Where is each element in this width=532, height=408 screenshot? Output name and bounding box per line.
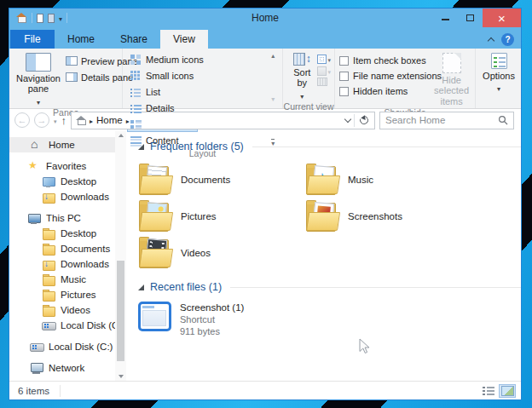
folder-tile[interactable]: Videos — [138, 234, 305, 271]
refresh-icon[interactable] — [358, 114, 370, 126]
tab-file[interactable]: File — [10, 30, 55, 49]
folder-tile[interactable]: Documents — [138, 161, 305, 198]
navigation-pane-button[interactable]: Navigation pane — [14, 52, 63, 107]
recent-locations-icon[interactable] — [54, 115, 57, 125]
medium-icons-icon — [130, 55, 142, 65]
search-icon[interactable] — [498, 115, 508, 125]
group-by-icon — [317, 55, 327, 64]
search-input[interactable] — [385, 115, 494, 125]
folder-tile[interactable]: Screenshots — [305, 198, 472, 234]
sidebar-item[interactable]: Local Disk (C:) — [9, 318, 126, 333]
checkbox-icon[interactable] — [339, 87, 349, 96]
scroll-up-icon[interactable] — [119, 134, 124, 137]
close-button[interactable] — [483, 9, 521, 27]
details-view-icon[interactable] — [483, 386, 494, 396]
home-icon[interactable] — [76, 116, 86, 125]
size-columns-icon[interactable] — [317, 78, 327, 86]
hide-selected-items-button[interactable]: Hide selected items — [431, 52, 471, 107]
minimize-button[interactable] — [433, 9, 458, 27]
disk-icon — [42, 320, 55, 331]
checkbox-icon[interactable] — [339, 56, 349, 66]
sidebar-scrollbar[interactable] — [115, 131, 126, 381]
section-header-recent[interactable]: Recent files (1) — [138, 279, 521, 296]
folder-tile[interactable]: Music — [305, 161, 472, 198]
checkbox-icon[interactable] — [339, 72, 349, 81]
disk-icon — [30, 342, 43, 353]
sidebar-item[interactable]: Documents — [9, 241, 126, 256]
options-icon — [491, 53, 507, 69]
pictures-icon — [138, 200, 172, 232]
checkbox-row[interactable]: Hidden items — [339, 86, 431, 96]
tiles-icon — [130, 119, 142, 129]
qat-separator — [32, 13, 32, 23]
chevron-down-icon — [300, 90, 304, 101]
folder-icon — [42, 228, 55, 239]
navigation-pane-icon — [26, 53, 51, 72]
ribbon-tab[interactable]: Home — [55, 30, 107, 49]
back-button[interactable] — [14, 112, 30, 128]
help-icon[interactable] — [501, 33, 514, 46]
ribbon-group-layout: Medium icons Small icons List Details — [123, 49, 283, 108]
view-toggles — [483, 384, 516, 398]
recent-file-item[interactable]: Screenshot (1) Shortcut 911 bytes — [138, 302, 521, 336]
scroll-down-icon[interactable] — [119, 375, 124, 378]
add-columns-button[interactable] — [317, 66, 332, 76]
sidebar-item[interactable]: Desktop — [9, 174, 126, 189]
checkbox-row[interactable]: File name extensions — [339, 71, 431, 81]
sidebar-item[interactable]: Desktop — [9, 226, 126, 241]
folder-icon — [42, 290, 55, 301]
downloads-icon — [42, 192, 55, 203]
address-dropdown-icon[interactable] — [344, 115, 351, 122]
sort-by-button[interactable]: Sort by — [287, 52, 317, 101]
scroll-up-icon[interactable]: ▴ — [271, 53, 275, 60]
file-explorer-window: Home File HomeShareView — [9, 8, 522, 400]
star-icon — [27, 161, 41, 172]
qat-separator — [66, 13, 67, 23]
sidebar-item[interactable]: Downloads — [9, 256, 126, 272]
ribbon-tab[interactable]: Share — [107, 30, 160, 49]
sidebar-item[interactable]: Local Disk (C:) — [9, 339, 126, 354]
sidebar-item[interactable]: Pictures — [9, 287, 126, 302]
forward-button[interactable] — [34, 112, 49, 128]
qat-file-icon[interactable] — [37, 14, 43, 23]
checkbox-row[interactable]: Item check boxes — [339, 55, 431, 66]
scrollbar-thumb[interactable] — [117, 261, 124, 360]
minimize-icon — [442, 19, 449, 20]
layout-option[interactable]: List — [127, 84, 198, 100]
title-bar: Home — [9, 9, 521, 27]
sidebar-item[interactable]: Favorites — [9, 158, 126, 174]
sidebar-item[interactable]: Videos — [9, 302, 126, 318]
desktop-icon — [42, 176, 55, 187]
preview-pane-icon — [66, 56, 78, 66]
sidebar-item[interactable]: Home — [9, 137, 126, 152]
qat-dropdown-icon[interactable] — [59, 13, 62, 23]
section-header-frequent[interactable]: Frequent folders (5) — [138, 138, 521, 155]
maximize-button[interactable] — [458, 9, 483, 27]
navigation-pane: Home Favorites Desktop Downloads — [9, 131, 126, 381]
scroll-down-icon[interactable]: ▾ — [271, 96, 275, 103]
ribbon-tab[interactable]: View — [160, 30, 208, 49]
breadcrumb-segment[interactable]: Home — [96, 115, 123, 125]
sort-arrows-icon — [306, 54, 311, 65]
folder-tile[interactable]: Pictures — [138, 198, 305, 234]
explorer-home-icon[interactable] — [16, 13, 27, 23]
frequent-folder-tiles: Documents Music Pictures Screenshots — [138, 161, 479, 271]
layout-option[interactable]: Medium icons — [127, 52, 198, 67]
qat-folder-icon[interactable] — [48, 14, 55, 23]
up-button[interactable] — [61, 114, 67, 127]
file-list-pane: Frequent folders (5) Documents Music P — [126, 131, 521, 381]
breadcrumb[interactable]: Home — [71, 112, 375, 129]
sidebar-items: Home Favorites Desktop Downloads — [9, 137, 126, 376]
sidebar-item[interactable]: This PC — [9, 210, 126, 226]
sidebar-item[interactable]: Music — [9, 272, 126, 287]
minimize-ribbon-icon[interactable] — [488, 37, 494, 44]
options-button[interactable]: Options — [480, 52, 518, 95]
sidebar-item[interactable]: Downloads — [9, 189, 126, 204]
sidebar-item[interactable]: Network — [9, 360, 126, 376]
group-by-button[interactable] — [317, 54, 332, 64]
layout-option[interactable]: Small icons — [127, 68, 198, 83]
home-icon — [30, 140, 43, 151]
details-pane-icon — [66, 72, 78, 82]
music-icon — [305, 164, 339, 195]
thumbnail-view-icon[interactable] — [499, 384, 516, 398]
